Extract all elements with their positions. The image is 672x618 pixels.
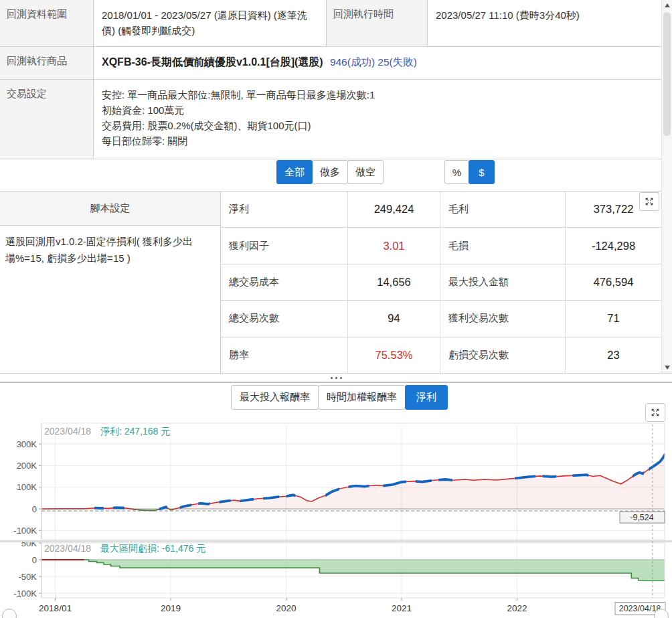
tab-max-invest-return[interactable]: 最大投入報酬率	[231, 385, 319, 410]
chart-tab-bar: 最大投入報酬率 時間加權報酬率 淨利	[231, 385, 447, 410]
svg-text:-9,524: -9,524	[630, 513, 653, 522]
direction-filter-group: 全部 做多 做空	[276, 160, 383, 184]
stat-value: 23	[566, 337, 661, 373]
stat-label: 獲利交易次數	[440, 301, 566, 336]
svg-text:200K: 200K	[17, 461, 37, 471]
value-trade-settings: 安控: 單一商品最大部位:無限制, 單一商品每日最多進場次數:1 初始資金: 1…	[94, 80, 661, 159]
value-exec-time: 2023/05/27 11:10 (費時3分40秒)	[428, 0, 661, 46]
stats-table: 淨利 249,424 毛利 373,722 獲利因子 3.01 毛損 -124,…	[220, 191, 661, 373]
expand-icon	[651, 408, 660, 417]
script-settings-body: 選股回測用v1.0.2-固定停損利( 獲利多少出場%=15, 虧損多少出場=15…	[0, 226, 220, 275]
setting-line: 初始資金: 100萬元	[102, 102, 653, 118]
svg-text:-100K: -100K	[13, 589, 37, 599]
stat-label: 毛利	[440, 191, 566, 227]
stat-label: 虧損交易次數	[440, 337, 566, 373]
stat-label: 淨利	[221, 191, 348, 227]
filter-button-short[interactable]: 做空	[347, 160, 384, 184]
table-row: 獲利因子 3.01 毛損 -124,298	[221, 228, 661, 264]
filter-button-all[interactable]: 全部	[276, 160, 313, 184]
label-data-range: 回測資料範圍	[0, 0, 94, 46]
info-row-range: 回測資料範圍 2018/01/01 - 2023/05/27 (還原日資料) (…	[0, 0, 661, 47]
stat-value: -124,298	[566, 228, 661, 263]
expand-icon	[645, 197, 654, 206]
stat-value: 75.53%	[348, 337, 440, 373]
stat-value: 14,656	[348, 264, 440, 300]
svg-text:最大區間虧損: -61,476 元: 最大區間虧損: -61,476 元	[100, 543, 205, 554]
stat-value: 71	[566, 301, 661, 336]
product-name: XQFB-36-長期低價前績優股v1.0.1[台股](選股)	[102, 56, 323, 68]
stat-value: 476,594	[566, 264, 661, 300]
svg-text:-100K: -100K	[13, 526, 37, 536]
filter-row: 全部 做多 做空 % $	[0, 160, 661, 185]
value-data-range: 2018/01/01 - 2023/05/27 (還原日資料) (逐筆洗價) (…	[94, 0, 326, 46]
unit-button-percent[interactable]: %	[444, 160, 469, 184]
panel-splitter-handle[interactable]	[0, 373, 672, 383]
backtest-info-table: 回測資料範圍 2018/01/01 - 2023/05/27 (還原日資料) (…	[0, 0, 661, 159]
scrollbar-down-arrow-icon[interactable]	[662, 362, 672, 373]
svg-text:2018/01: 2018/01	[39, 603, 72, 613]
stat-label: 總交易次數	[221, 301, 348, 336]
setting-line: 交易費用: 股票0.2%(成交金額)、期貨100元(口)	[102, 118, 653, 133]
equity-and-drawdown-chart[interactable]: 300K200K100K0-100K50K0-50K-100K2018/0120…	[0, 418, 672, 618]
script-settings-title: 腳本設定	[0, 191, 220, 226]
svg-text:2021: 2021	[392, 603, 412, 613]
product-result-link[interactable]: 946(成功) 25(失敗)	[330, 56, 417, 68]
stat-label: 最大投入金額	[440, 264, 566, 300]
unit-button-dollar[interactable]: $	[469, 160, 495, 184]
svg-text:300K: 300K	[17, 439, 37, 449]
stat-value: 3.01	[348, 228, 440, 263]
svg-text:0: 0	[32, 504, 37, 514]
vertical-scrollbar	[661, 0, 672, 373]
table-row: 總交易次數 94 獲利交易次數 71	[221, 301, 661, 337]
script-settings-panel: 腳本設定 選股回測用v1.0.2-固定停損利( 獲利多少出場%=15, 虧損多少…	[0, 191, 220, 373]
tab-time-weighted-return[interactable]: 時間加權報酬率	[318, 385, 406, 410]
expand-stats-button[interactable]	[639, 192, 659, 211]
label-trade-settings: 交易設定	[0, 80, 94, 159]
svg-text:淨利: 247,168 元: 淨利: 247,168 元	[100, 426, 170, 437]
svg-text:2022: 2022	[507, 603, 527, 613]
stat-label: 獲利因子	[221, 228, 348, 263]
stat-value: 94	[348, 301, 440, 336]
setting-line: 每日部位歸零: 關閉	[102, 133, 653, 149]
svg-text:2023/04/18: 2023/04/18	[44, 543, 91, 554]
svg-text:2023/04/18: 2023/04/18	[44, 426, 91, 437]
table-row: 淨利 249,424 毛利 373,722	[221, 191, 661, 228]
filter-button-long[interactable]: 做多	[312, 160, 348, 184]
info-row-product: 回測執行商品 XQFB-36-長期低價前績優股v1.0.1[台股](選股) 94…	[0, 47, 661, 80]
table-row: 勝率 75.53% 虧損交易次數 23	[221, 337, 661, 373]
svg-text:2019: 2019	[161, 603, 181, 613]
scrollbar-thumb[interactable]	[663, 12, 671, 136]
stat-label: 總交易成本	[221, 264, 348, 300]
svg-text:0: 0	[32, 555, 37, 565]
stat-value: 249,424	[348, 191, 440, 227]
expand-chart-button[interactable]	[645, 403, 665, 422]
label-product: 回測執行商品	[0, 47, 94, 79]
svg-text:-50K: -50K	[19, 572, 37, 582]
scrollbar-up-arrow-icon[interactable]	[662, 0, 672, 11]
tab-net-profit[interactable]: 淨利	[405, 385, 448, 410]
info-row-settings: 交易設定 安控: 單一商品最大部位:無限制, 單一商品每日最多進場次數:1 初始…	[0, 80, 661, 159]
value-product: XQFB-36-長期低價前績優股v1.0.1[台股](選股) 946(成功) 2…	[94, 47, 661, 79]
table-row: 總交易成本 14,656 最大投入金額 476,594	[221, 264, 661, 301]
label-exec-time: 回測執行時間	[326, 0, 428, 46]
stat-label: 毛損	[440, 228, 566, 263]
svg-text:50K: 50K	[21, 538, 37, 548]
svg-text:100K: 100K	[17, 482, 37, 492]
setting-line: 安控: 單一商品最大部位:無限制, 單一商品每日最多進場次數:1	[102, 87, 653, 102]
unit-toggle-group: % $	[444, 160, 494, 184]
stat-label: 勝率	[221, 337, 348, 373]
svg-text:2020: 2020	[276, 603, 296, 613]
